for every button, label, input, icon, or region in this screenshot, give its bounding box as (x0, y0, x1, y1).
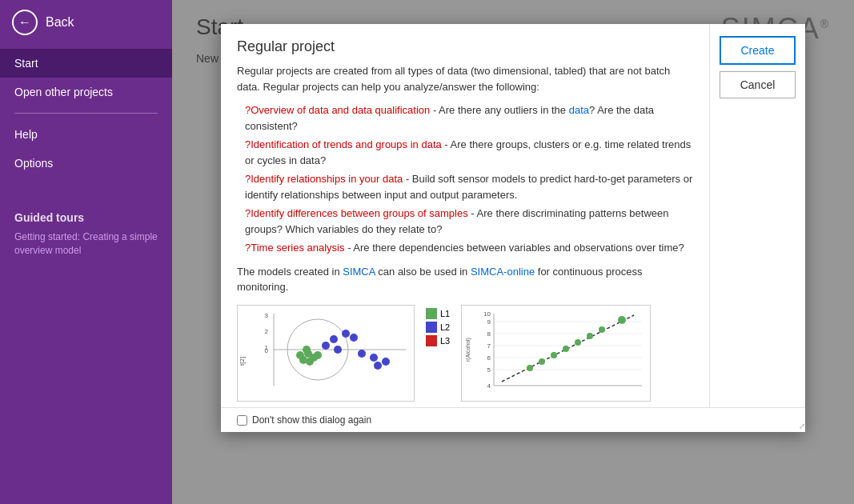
svg-point-45 (587, 333, 593, 339)
main-area: Start SIMCA® New Regular project Regular… (172, 0, 854, 504)
svg-point-15 (330, 335, 338, 343)
svg-text:6: 6 (487, 354, 491, 362)
cancel-button[interactable]: Cancel (720, 71, 796, 98)
svg-point-43 (563, 346, 569, 352)
legend-l1: L1 (426, 308, 450, 319)
back-button[interactable]: ← Back (0, 0, 172, 45)
svg-point-14 (303, 346, 311, 354)
charts-row: 3 2 1 0 t[2] (237, 305, 693, 402)
legend-l2: L2 (426, 322, 450, 333)
dialog-description: Regular projects are created from all ty… (237, 63, 693, 94)
dialog-inner: Regular project Regular projects are cre… (221, 24, 805, 407)
svg-point-40 (527, 365, 533, 371)
dialog-sidebar: Create Cancel (709, 24, 805, 407)
svg-text:2: 2 (265, 328, 269, 335)
scatter-chart: 3 2 1 0 t[2] (237, 305, 415, 402)
legend-l3: L3 (426, 335, 450, 346)
svg-point-16 (342, 330, 350, 338)
back-icon: ← (12, 10, 38, 35)
svg-text:8: 8 (487, 330, 491, 338)
bullet-item-5: ?Time series analysis - Are there depend… (245, 240, 693, 256)
svg-text:4: 4 (487, 382, 491, 390)
svg-text:5: 5 (487, 366, 491, 374)
svg-point-12 (306, 358, 314, 366)
sidebar-item-help[interactable]: Help (0, 120, 172, 149)
svg-text:10: 10 (483, 310, 491, 318)
svg-text:0: 0 (265, 347, 269, 354)
legend-label-l2: L2 (440, 322, 450, 332)
bullet-item-1: ?Overview of data and data qualification… (245, 102, 693, 134)
svg-point-22 (374, 362, 382, 370)
line-svg: 10 9 8 7 6 5 4 r(Alcohol) (462, 306, 650, 398)
sidebar-nav: Start Open other projects Help Options (0, 49, 172, 178)
svg-text:3: 3 (265, 312, 269, 319)
dialog-overlay: Regular project Regular projects are cre… (172, 0, 854, 504)
back-label: Back (46, 15, 74, 30)
dialog-title: Regular project (237, 38, 693, 55)
svg-point-21 (370, 354, 378, 362)
bullet-item-4: ?Identify differences between groups of … (245, 206, 693, 237)
svg-text:9: 9 (487, 318, 491, 326)
svg-point-11 (314, 351, 322, 359)
svg-point-44 (575, 339, 581, 346)
sidebar-divider (14, 113, 158, 114)
dialog-footer: Don't show this dialog again (221, 407, 805, 432)
chart-legend: L1 L2 L3 (423, 305, 453, 402)
checkbox-text: Don't show this dialog again (252, 414, 371, 426)
legend-box-l3 (426, 335, 437, 346)
guided-tours-label: Guided tours (0, 202, 172, 227)
scatter-svg: 3 2 1 0 t[2] (238, 306, 414, 398)
svg-point-41 (539, 358, 545, 365)
dialog-footer-text: The models created in SIMCA can also be … (237, 264, 693, 295)
dialog-body: Regular project Regular projects are cre… (221, 24, 709, 407)
svg-point-19 (334, 346, 342, 354)
legend-box-l2 (426, 322, 437, 333)
sidebar-item-start[interactable]: Start (0, 49, 172, 78)
create-button[interactable]: Create (720, 36, 796, 65)
sidebar-item-open-other[interactable]: Open other projects (0, 78, 172, 106)
regular-project-dialog: Regular project Regular projects are cre… (221, 24, 805, 432)
dont-show-checkbox[interactable] (237, 415, 247, 426)
svg-point-47 (618, 316, 626, 324)
legend-label-l3: L3 (440, 336, 450, 346)
svg-text:t[2]: t[2] (239, 356, 246, 365)
bullet-item-3: ?Identify relationships in your data - B… (245, 171, 693, 202)
bullet-item-2: ?Identification of trends and groups in … (245, 137, 693, 168)
getting-started-label[interactable]: Getting started: Creating a simple overv… (0, 227, 172, 264)
svg-text:r(Alcohol): r(Alcohol) (465, 338, 471, 362)
line-chart: 10 9 8 7 6 5 4 r(Alcohol) (461, 305, 651, 402)
sidebar-item-options[interactable]: Options (0, 149, 172, 178)
sidebar: ← Back Start Open other projects Help Op… (0, 0, 172, 504)
svg-point-20 (358, 350, 366, 358)
resize-handle[interactable]: ⤢ (794, 421, 805, 432)
svg-point-46 (599, 326, 605, 333)
svg-point-13 (296, 351, 304, 359)
svg-point-42 (551, 352, 557, 358)
svg-point-23 (382, 358, 390, 366)
legend-label-l1: L1 (440, 309, 450, 318)
svg-point-18 (350, 334, 358, 342)
bullet-list: ?Overview of data and data qualification… (237, 102, 693, 256)
legend-box-l1 (426, 308, 437, 319)
svg-point-17 (322, 342, 330, 350)
svg-text:7: 7 (487, 342, 491, 350)
